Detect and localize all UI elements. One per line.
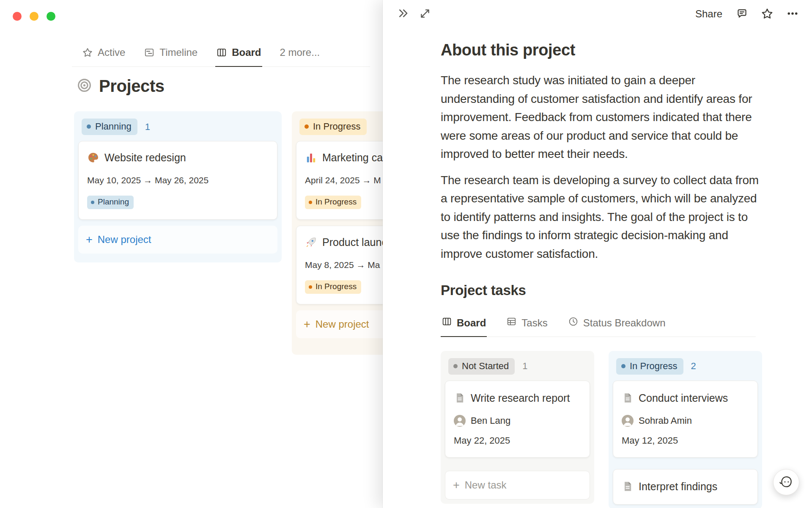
assignee-name: Ben Lang (471, 415, 510, 426)
tab-tasks-table[interactable]: Tasks (505, 316, 548, 337)
plus-icon: + (304, 320, 310, 329)
tab-active[interactable]: Active (81, 41, 126, 66)
bar-chart-icon (305, 152, 317, 164)
more-options-button[interactable] (786, 7, 799, 21)
column-count: 1 (145, 121, 150, 133)
project-card-website-redesign[interactable]: Website redesign May 10, 2025 → May 26, … (78, 141, 277, 220)
card-status-tag: In Progress (305, 280, 361, 294)
zoom-window-button[interactable] (47, 12, 55, 21)
minimize-window-button[interactable] (30, 12, 38, 21)
tab-tasks-board[interactable]: Board (441, 316, 487, 337)
status-pill-planning[interactable]: Planning (82, 119, 137, 135)
status-dot-icon (309, 285, 312, 289)
window-controls (13, 12, 55, 21)
view-tab-bar: Active Timeline Board 2 more... (72, 41, 370, 67)
notion-ai-button[interactable] (773, 469, 799, 495)
new-project-button[interactable]: + New project (78, 226, 277, 254)
task-card-write-research-report[interactable]: Write research report Ben Lang May 22, 2… (445, 381, 590, 458)
app-window: Active Timeline Board 2 more... Projects (0, 0, 812, 508)
card-title: Product launch (322, 235, 393, 249)
tab-board[interactable]: Board (215, 41, 262, 67)
status-dot-icon (87, 124, 91, 129)
card-title: Website redesign (104, 151, 186, 164)
column-header: In Progress 2 (613, 355, 758, 381)
star-icon (761, 7, 774, 21)
comments-button[interactable] (736, 7, 748, 21)
tasks-view-tab-bar: Board Tasks Status Breakdown (441, 316, 756, 337)
page-header: Projects (77, 77, 165, 96)
avatar (454, 415, 466, 427)
status-pill-in-progress[interactable]: In Progress (616, 358, 683, 375)
tab-label: Active (98, 47, 125, 58)
rocket-icon (305, 236, 317, 248)
status-dot-icon (91, 201, 94, 204)
status-pill-label: In Progress (630, 361, 678, 372)
section-heading-tasks: Project tasks (441, 282, 762, 299)
page-icon (622, 480, 634, 492)
tab-timeline[interactable]: Timeline (143, 41, 198, 66)
column-header: Not Started 1 (445, 355, 590, 381)
board-column-planning: Planning 1 Website redesign May 10, 2025… (74, 111, 282, 262)
section-heading-about: About this project (441, 40, 762, 60)
tasks-board: Not Started 1 Write research report (441, 351, 762, 508)
status-pill-not-started[interactable]: Not Started (448, 358, 515, 375)
page-icon (622, 392, 634, 404)
card-dates: May 10, 2025 → May 26, 2025 (87, 175, 269, 185)
status-dot-icon (621, 364, 625, 368)
page-title: Projects (99, 77, 165, 96)
tab-more-views[interactable]: 2 more... (279, 41, 321, 66)
status-pill-in-progress[interactable]: In Progress (299, 119, 367, 135)
table-icon (506, 316, 517, 329)
board-icon (442, 316, 452, 329)
new-task-button[interactable]: + New task (445, 471, 590, 500)
column-header: Planning 1 (78, 116, 277, 141)
timeline-icon (144, 47, 155, 58)
status-dot-icon (304, 124, 309, 129)
plus-icon: + (86, 235, 93, 244)
peek-content: About this project The research study wa… (441, 40, 762, 508)
paragraph: The research team is developing a survey… (441, 171, 760, 263)
favorite-button[interactable] (761, 7, 774, 21)
close-peek-button[interactable] (397, 7, 410, 21)
card-title: Write research report (471, 391, 570, 405)
card-status-tag: Planning (87, 196, 134, 209)
more-icon (786, 7, 799, 21)
avatar (622, 415, 634, 427)
column-count: 1 (522, 361, 527, 372)
tab-status-breakdown[interactable]: Status Breakdown (567, 316, 667, 337)
status-dot-icon (309, 201, 312, 204)
expand-page-button[interactable] (419, 8, 431, 21)
card-title: Interpret findings (639, 480, 717, 493)
card-date: May 22, 2025 (454, 435, 581, 446)
tab-label: Timeline (159, 47, 198, 58)
status-pill-label: Planning (95, 121, 132, 132)
task-card-conduct-interviews[interactable]: Conduct interviews Sohrab Amin May 12, 2… (613, 381, 758, 458)
task-card-interpret-findings[interactable]: Interpret findings (613, 469, 758, 505)
paragraph: The research study was initiated to gain… (441, 71, 760, 163)
tab-label: Board (232, 47, 261, 58)
card-title: Conduct interviews (639, 391, 728, 405)
page-icon (454, 392, 466, 404)
clock-icon (568, 316, 579, 329)
plus-icon: + (453, 480, 460, 490)
comment-icon (736, 7, 748, 21)
board-icon (216, 47, 227, 58)
expand-icon (419, 8, 431, 21)
board-column-in-progress: In Progress 2 Conduct interviews (609, 351, 762, 508)
card-date: May 12, 2025 (622, 435, 749, 446)
double-chevron-right-icon (397, 7, 410, 21)
tab-label: 2 more... (280, 47, 320, 58)
status-pill-label: Not Started (462, 361, 509, 372)
status-dot-icon (453, 364, 458, 368)
peek-toolbar: Share (383, 0, 812, 28)
share-button[interactable]: Share (694, 6, 723, 22)
target-icon[interactable] (77, 77, 92, 95)
card-status-tag: In Progress (305, 196, 361, 209)
side-peek-panel: Share About this (383, 0, 812, 508)
palette-icon (87, 152, 99, 164)
star-icon (82, 47, 93, 58)
notion-ai-face-icon (779, 474, 794, 491)
assignee-name: Sohrab Amin (639, 415, 692, 426)
close-window-button[interactable] (13, 12, 22, 21)
board-column-not-started: Not Started 1 Write research report (441, 351, 594, 504)
